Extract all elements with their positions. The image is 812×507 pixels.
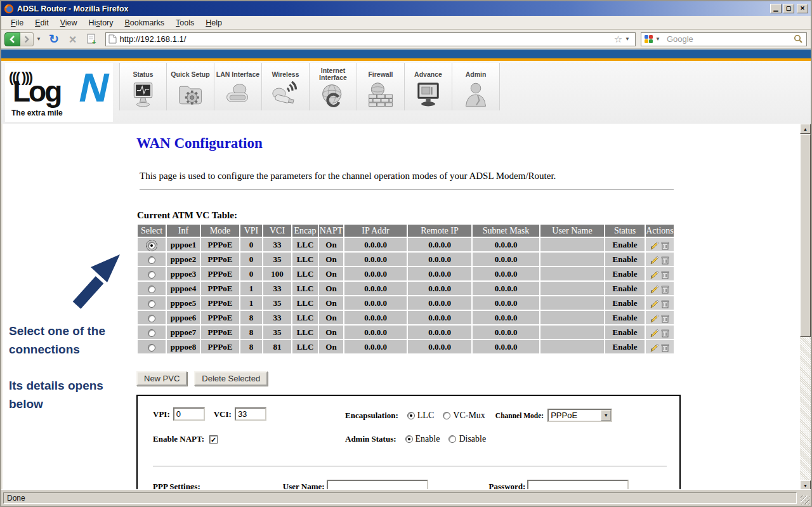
tab-firewall[interactable]: Firewall xyxy=(357,63,405,110)
forward-button[interactable] xyxy=(20,32,34,46)
delete-trash-icon[interactable] xyxy=(661,256,669,265)
inf-cell: pppoe2 xyxy=(167,253,200,266)
search-engine-dropdown-icon[interactable]: ▼ xyxy=(655,36,660,42)
enable-napt-checkbox[interactable]: ✓ xyxy=(209,435,218,444)
row-select-radio[interactable] xyxy=(148,256,155,264)
tab-status[interactable]: Status xyxy=(119,63,167,110)
table-row: pppoe8PPPoE881LLCOn0.0.0.00.0.0.00.0.0.0… xyxy=(138,340,674,353)
stop-button[interactable]: × xyxy=(69,33,77,46)
tab-lan-interface[interactable]: LAN Interface xyxy=(214,63,262,110)
tab-quick-setup[interactable]: Quick Setup xyxy=(167,63,214,110)
edit-pencil-icon[interactable] xyxy=(650,300,659,308)
vpi-cell: 8 xyxy=(240,340,262,353)
vci-input[interactable] xyxy=(235,407,266,421)
inf-cell: pppoe7 xyxy=(167,326,200,339)
table-row: pppoe3PPPoE0100LLCOn0.0.0.00.0.0.00.0.0.… xyxy=(138,267,674,280)
internet-globe-icon xyxy=(319,81,347,109)
subnet-mask-cell: 0.0.0.0 xyxy=(473,267,539,280)
magnifier-icon[interactable] xyxy=(794,34,803,44)
delete-trash-icon[interactable] xyxy=(661,300,669,308)
admin-option-disable[interactable]: Disable xyxy=(449,434,486,444)
vpi-cell: 0 xyxy=(240,253,262,266)
tab-label: Wireless xyxy=(272,67,299,81)
encap-option-vc-mux[interactable]: VC-Mux xyxy=(443,411,485,421)
tab-admin[interactable]: Admin xyxy=(452,63,500,110)
menu-file[interactable]: File xyxy=(5,17,29,29)
back-button[interactable] xyxy=(4,32,20,46)
delete-trash-icon[interactable] xyxy=(661,285,669,294)
vci-cell: 33 xyxy=(263,238,291,251)
row-select-radio[interactable] xyxy=(148,271,155,279)
menu-edit[interactable]: Edit xyxy=(29,17,55,29)
tab-wireless[interactable]: Wireless xyxy=(262,63,310,110)
title-bar: ADSL Router - Mozilla Firefox ▁ ▢ ✕ xyxy=(1,1,811,16)
remote-ip-cell: 0.0.0.0 xyxy=(408,267,471,280)
delete-trash-icon[interactable] xyxy=(661,314,669,323)
mode-cell: PPPoE xyxy=(201,311,239,324)
actions-cell xyxy=(646,296,674,310)
napt-cell: On xyxy=(319,238,343,251)
menu-help[interactable]: Help xyxy=(200,17,228,29)
mode-cell: PPPoE xyxy=(201,238,239,251)
select-cell xyxy=(138,296,166,310)
edit-pencil-icon[interactable] xyxy=(650,329,659,338)
edit-pencil-icon[interactable] xyxy=(650,270,659,279)
col-header-subnet-mask: Subnet Mask xyxy=(473,225,539,237)
search-input[interactable]: Google xyxy=(667,34,794,44)
channel-mode-select[interactable]: PPPoE ▼ xyxy=(547,409,612,422)
bookmark-dropdown-icon[interactable]: ▼ xyxy=(625,36,630,42)
combo-arrow-icon[interactable]: ▼ xyxy=(601,410,611,421)
delete-trash-icon[interactable] xyxy=(661,241,669,250)
vertical-scrollbar[interactable]: ▲ ▼ xyxy=(800,124,811,491)
edit-pencil-icon[interactable] xyxy=(650,241,659,250)
tab-advance[interactable]: Advance xyxy=(405,63,452,110)
edit-pencil-icon[interactable] xyxy=(650,285,659,294)
url-bar[interactable]: http://192.168.1.1/ ☆ ▼ xyxy=(105,32,636,46)
url-text[interactable]: http://192.168.1.1/ xyxy=(120,34,614,44)
maximize-button[interactable]: ▢ xyxy=(783,4,794,13)
row-select-radio[interactable] xyxy=(148,300,155,308)
scrollbar-thumb[interactable] xyxy=(800,134,811,337)
edit-pencil-icon[interactable] xyxy=(650,256,659,265)
close-button[interactable]: ✕ xyxy=(797,4,808,13)
napt-cell: On xyxy=(319,340,343,353)
row-select-radio[interactable] xyxy=(148,315,155,322)
vpi-cell: 8 xyxy=(240,326,262,339)
delete-selected-button[interactable]: Delete Selected xyxy=(194,371,268,386)
delete-trash-icon[interactable] xyxy=(661,270,669,279)
scroll-up-icon[interactable]: ▲ xyxy=(800,124,811,134)
menu-bookmarks[interactable]: Bookmarks xyxy=(119,17,171,29)
row-select-radio[interactable] xyxy=(148,242,155,249)
menu-view[interactable]: View xyxy=(55,17,83,29)
row-select-radio[interactable] xyxy=(148,344,155,352)
admin-option-enable[interactable]: Enable xyxy=(405,434,440,444)
encap-option-llc[interactable]: LLC xyxy=(407,411,434,421)
delete-trash-icon[interactable] xyxy=(661,343,669,352)
col-header-ip-addr: IP Addr xyxy=(344,225,407,237)
user-name-cell xyxy=(540,253,604,266)
firewall-wall-icon xyxy=(367,81,395,109)
new-pvc-button[interactable]: New PVC xyxy=(136,371,187,386)
delete-trash-icon[interactable] xyxy=(661,329,669,338)
row-select-radio[interactable] xyxy=(148,286,155,293)
page-title: WAN Configuration xyxy=(136,135,263,152)
bookmark-star-icon[interactable]: ☆ xyxy=(614,34,622,45)
resize-grip-icon[interactable] xyxy=(801,496,809,504)
menu-history[interactable]: History xyxy=(83,17,119,29)
vpi-input[interactable] xyxy=(173,407,205,421)
search-box[interactable]: ▼ Google xyxy=(641,32,807,46)
window-title: ADSL Router - Mozilla Firefox xyxy=(17,4,128,13)
search-engine-icon[interactable] xyxy=(645,35,653,43)
encap-cell: LLC xyxy=(292,326,318,339)
edit-pencil-icon[interactable] xyxy=(650,343,659,352)
reload-button[interactable]: ↻ xyxy=(49,33,59,45)
new-page-button[interactable]: + xyxy=(87,34,98,45)
menu-tools[interactable]: Tools xyxy=(170,17,200,29)
row-select-radio[interactable] xyxy=(148,329,155,337)
tab-internet-interface[interactable]: Internet Interface xyxy=(310,63,357,110)
minimize-button[interactable]: ▁ xyxy=(770,4,782,13)
table-body: pppoe1PPPoE033LLCOn0.0.0.00.0.0.00.0.0.0… xyxy=(138,238,674,353)
edit-pencil-icon[interactable] xyxy=(650,314,659,323)
history-dropdown-icon[interactable]: ▼ xyxy=(36,36,41,42)
tab-label: Quick Setup xyxy=(171,67,209,81)
